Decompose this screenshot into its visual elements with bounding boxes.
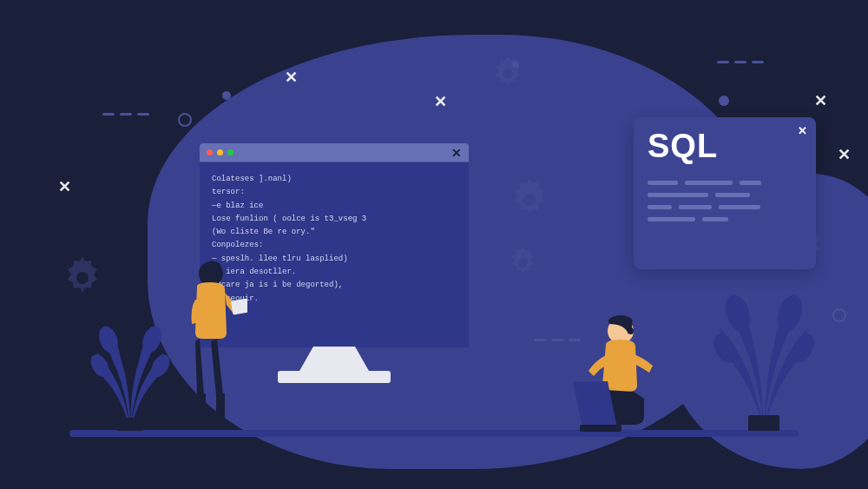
svg-point-1 [503,69,513,79]
gear-icon [503,243,542,282]
svg-point-22 [628,327,634,334]
code-line: Lose funlion ( oolce is t3_vseg 3 [212,213,457,226]
traffic-lights [207,149,233,155]
code-line: Colateses ].nanl) [212,173,457,186]
x-mark-icon: ✕ [814,91,827,110]
code-line: — speslh. llee tlru lasplied) [212,253,457,266]
gear-icon [503,174,556,226]
code-line: Conpolezes: [212,239,457,252]
dashes-icon [102,113,149,116]
person-sitting [573,312,677,433]
svg-point-2 [523,194,536,206]
monitor-stand [299,347,369,371]
x-mark-icon: ✕ [434,92,447,111]
close-dot-icon [207,149,213,155]
code-line: le ceouir. [212,293,457,306]
plant-icon [87,318,174,431]
maximize-dot-icon [227,149,233,155]
close-icon: ✕ [451,146,462,160]
x-mark-icon: ✕ [285,68,298,87]
gear-icon [486,52,529,96]
svg-rect-9 [117,418,143,431]
code-line: 2o iera desotller. [212,266,457,279]
sql-title: SQL [648,128,802,165]
code-line: (Wo cliste Be re ory." [212,226,457,239]
dot-icon [222,91,231,100]
close-icon: ✕ [798,124,807,137]
svg-rect-16 [231,298,247,314]
x-mark-icon: ✕ [58,177,71,196]
circle-icon [178,113,192,127]
code-line: tersor: [212,186,457,199]
dot-icon [719,96,729,106]
svg-rect-14 [748,415,779,431]
svg-point-0 [76,272,89,284]
svg-rect-19 [197,393,206,424]
monitor-foot [278,371,391,383]
code-line: vdcare ja is i be degorted), [212,279,457,292]
svg-rect-20 [216,393,225,424]
svg-point-3 [518,258,528,268]
x-mark-icon: ✕ [838,145,851,164]
minimize-dot-icon [217,149,223,155]
window-titlebar: ✕ [200,143,469,162]
sql-placeholder-lines [648,181,802,221]
circle-icon [832,308,846,322]
sql-card: ✕ SQL [634,117,816,269]
gear-icon [56,252,108,304]
plant-icon [712,292,816,431]
code-line: —e blaz ice [212,200,457,213]
dashes-icon [717,61,764,63]
floor-line [69,430,799,437]
person-standing [178,256,247,430]
svg-rect-23 [580,425,621,432]
